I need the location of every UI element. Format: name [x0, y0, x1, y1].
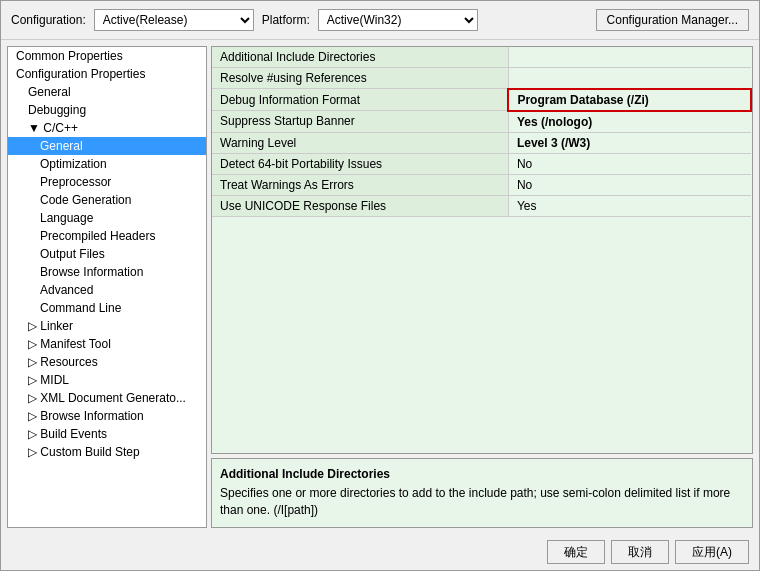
property-name: Additional Include Directories	[212, 47, 508, 68]
tree-item-manifest-tool[interactable]: ▷ Manifest Tool	[8, 335, 206, 353]
property-row-use-unicode-response[interactable]: Use UNICODE Response FilesYes	[212, 195, 751, 216]
tree-item-midl[interactable]: ▷ MIDL	[8, 371, 206, 389]
property-value: Program Database (/Zi)	[508, 89, 751, 111]
tree-item-linker[interactable]: ▷ Linker	[8, 317, 206, 335]
tree-item-output-files[interactable]: Output Files	[8, 245, 206, 263]
right-panel: Additional Include DirectoriesResolve #u…	[211, 46, 753, 528]
tree-item-cpp-general[interactable]: General	[8, 137, 206, 155]
dialog: Configuration: Active(Release) Platform:…	[0, 0, 760, 571]
ok-button[interactable]: 确定	[547, 540, 605, 564]
tree-item-general[interactable]: General	[8, 83, 206, 101]
configuration-select[interactable]: Active(Release)	[94, 9, 254, 31]
configuration-label: Configuration:	[11, 13, 86, 27]
property-name: Resolve #using References	[212, 68, 508, 89]
property-name: Detect 64-bit Portability Issues	[212, 153, 508, 174]
tree-item-browse-information[interactable]: Browse Information	[8, 263, 206, 281]
property-value	[508, 47, 751, 68]
tree-panel: Common PropertiesConfiguration Propertie…	[7, 46, 207, 528]
tree-item-command-line[interactable]: Command Line	[8, 299, 206, 317]
property-table: Additional Include DirectoriesResolve #u…	[212, 47, 752, 217]
property-name: Use UNICODE Response Files	[212, 195, 508, 216]
config-manager-button[interactable]: Configuration Manager...	[596, 9, 749, 31]
property-row-debug-info-format[interactable]: Debug Information FormatProgram Database…	[212, 89, 751, 111]
property-name: Warning Level	[212, 132, 508, 153]
property-value: Yes	[508, 195, 751, 216]
tree-item-language[interactable]: Language	[8, 209, 206, 227]
tree-item-preprocessor[interactable]: Preprocessor	[8, 173, 206, 191]
tree-item-xml-document-generator[interactable]: ▷ XML Document Generato...	[8, 389, 206, 407]
property-row-treat-warnings-errors[interactable]: Treat Warnings As ErrorsNo	[212, 174, 751, 195]
main-content: Common PropertiesConfiguration Propertie…	[1, 40, 759, 534]
property-value	[508, 68, 751, 89]
tree-item-configuration-properties[interactable]: Configuration Properties	[8, 65, 206, 83]
property-row-suppress-startup-banner[interactable]: Suppress Startup BannerYes (/nologo)	[212, 111, 751, 133]
property-name: Debug Information Format	[212, 89, 508, 111]
property-row-warning-level[interactable]: Warning LevelLevel 3 (/W3)	[212, 132, 751, 153]
description-panel: Additional Include Directories Specifies…	[211, 458, 753, 528]
tree-item-custom-build-step[interactable]: ▷ Custom Build Step	[8, 443, 206, 461]
cancel-button[interactable]: 取消	[611, 540, 669, 564]
bottom-bar: 确定 取消 应用(A)	[1, 534, 759, 570]
property-name: Treat Warnings As Errors	[212, 174, 508, 195]
tree-item-optimization[interactable]: Optimization	[8, 155, 206, 173]
property-row-resolve-using-refs[interactable]: Resolve #using References	[212, 68, 751, 89]
description-title: Additional Include Directories	[220, 467, 744, 481]
property-value: No	[508, 153, 751, 174]
tree-item-resources[interactable]: ▷ Resources	[8, 353, 206, 371]
property-grid: Additional Include DirectoriesResolve #u…	[211, 46, 753, 454]
property-row-detect-64bit[interactable]: Detect 64-bit Portability IssuesNo	[212, 153, 751, 174]
tree-item-common-properties[interactable]: Common Properties	[8, 47, 206, 65]
property-value: No	[508, 174, 751, 195]
property-value: Yes (/nologo)	[508, 111, 751, 133]
platform-label: Platform:	[262, 13, 310, 27]
tree-item-precompiled-headers[interactable]: Precompiled Headers	[8, 227, 206, 245]
apply-button[interactable]: 应用(A)	[675, 540, 749, 564]
tree-item-code-generation[interactable]: Code Generation	[8, 191, 206, 209]
property-row-additional-include-dirs[interactable]: Additional Include Directories	[212, 47, 751, 68]
property-value: Level 3 (/W3)	[508, 132, 751, 153]
tree-item-build-events[interactable]: ▷ Build Events	[8, 425, 206, 443]
tree-item-browse-information2[interactable]: ▷ Browse Information	[8, 407, 206, 425]
tree-item-cpp[interactable]: ▼ C/C++	[8, 119, 206, 137]
top-bar: Configuration: Active(Release) Platform:…	[1, 1, 759, 40]
description-text: Specifies one or more directories to add…	[220, 485, 744, 519]
tree-item-advanced[interactable]: Advanced	[8, 281, 206, 299]
platform-select[interactable]: Active(Win32)	[318, 9, 478, 31]
tree-item-debugging[interactable]: Debugging	[8, 101, 206, 119]
property-name: Suppress Startup Banner	[212, 111, 508, 133]
